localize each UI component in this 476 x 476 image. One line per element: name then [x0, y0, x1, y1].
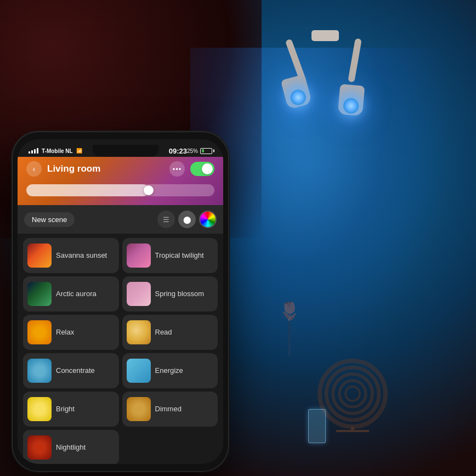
scene-card-relax[interactable]: Relax [23, 315, 119, 350]
phone-screen: T-Mobile NL 📶 09:23 25% ‹ [18, 139, 223, 464]
lamp-arm-right [348, 38, 362, 83]
phone-device: T-Mobile NL 📶 09:23 25% ‹ [12, 132, 229, 472]
scene-name-energize: Energize [155, 366, 183, 375]
back-button[interactable]: ‹ [26, 161, 42, 177]
lamp-fixture [281, 30, 369, 140]
status-bar: T-Mobile NL 📶 09:23 25% [18, 139, 223, 157]
glass-decoration [306, 399, 328, 443]
scene-name-read: Read [155, 328, 172, 337]
svg-point-0 [320, 361, 386, 427]
scene-card-bright[interactable]: Bright [23, 392, 119, 427]
scene-name-arctic-aurora: Arctic aurora [56, 290, 97, 298]
status-right: 25% [187, 148, 212, 154]
scene-card-read[interactable]: Read [122, 315, 218, 350]
scene-thumb-concentrate [27, 359, 52, 383]
app-header: ‹ Living room ••• [18, 157, 223, 205]
scene-thumb-tropical-twilight [127, 243, 151, 268]
battery-icon [200, 148, 212, 154]
scene-card-savanna-sunset[interactable]: Savanna sunset [23, 238, 119, 273]
battery-fill [202, 149, 204, 152]
scene-thumb-arctic-aurora [27, 282, 52, 306]
scene-card-nightlight[interactable]: Nightlight [23, 430, 119, 464]
lamp-head-left [281, 74, 313, 110]
lamp-head-right [338, 84, 365, 116]
brightness-thumb [144, 185, 154, 195]
brightness-fill [26, 184, 149, 196]
brightness-slider[interactable] [26, 184, 214, 196]
header-top: ‹ Living room ••• [26, 157, 214, 181]
scene-thumb-read [127, 320, 151, 344]
scene-card-arctic-aurora[interactable]: Arctic aurora [23, 276, 119, 311]
scene-name-nightlight: Nightlight [56, 443, 86, 452]
color-wheel-button[interactable] [199, 211, 217, 228]
scene-name-relax: Relax [56, 328, 74, 337]
scene-thumb-nightlight [27, 435, 52, 460]
room-toggle[interactable] [190, 162, 214, 176]
status-left: T-Mobile NL 📶 [29, 148, 82, 154]
lamp-base [311, 30, 339, 41]
scene-name-bright: Bright [56, 405, 75, 413]
wifi-icon: 📶 [76, 148, 82, 154]
scene-card-tropical-twilight[interactable]: Tropical twilight [122, 238, 218, 273]
scene-name-tropical-twilight: Tropical twilight [155, 251, 204, 260]
scene-thumb-energize [127, 359, 151, 383]
scene-name-savanna-sunset: Savanna sunset [56, 251, 107, 260]
scene-thumb-savanna-sunset [27, 243, 52, 268]
scene-name-spring-blossom: Spring blossom [155, 290, 205, 298]
scene-card-spring-blossom[interactable]: Spring blossom [122, 276, 218, 311]
room-title: Living room [47, 163, 169, 174]
view-icons: ☰ ⬤ [157, 211, 217, 228]
scene-thumb-spring-blossom [127, 282, 151, 306]
phone-body: T-Mobile NL 📶 09:23 25% ‹ [12, 132, 229, 472]
grid-view-button[interactable]: ⬤ [178, 211, 196, 228]
signal-icon [29, 148, 38, 154]
list-view-button[interactable]: ☰ [157, 211, 175, 228]
svg-point-4 [345, 387, 360, 401]
plant-decoration [273, 301, 306, 355]
more-options-button[interactable]: ••• [169, 161, 185, 177]
scene-thumb-bright [27, 397, 52, 421]
scene-controls-toolbar: New scene ☰ ⬤ [18, 205, 223, 234]
new-scene-button[interactable]: New scene [24, 212, 75, 227]
scene-name-concentrate: Concentrate [56, 366, 95, 375]
header-actions: ••• [169, 161, 214, 177]
scene-card-energize[interactable]: Energize [122, 353, 218, 388]
phone-notch [93, 145, 158, 157]
svg-point-3 [339, 381, 366, 407]
battery-percent: 25% [187, 148, 198, 154]
scene-thumb-dimmed [127, 397, 151, 421]
carrier-name: T-Mobile NL [42, 148, 73, 154]
status-time: 09:23 [169, 147, 187, 155]
scenes-grid: Savanna sunsetTropical twilightArctic au… [18, 234, 223, 464]
scene-card-dimmed[interactable]: Dimmed [122, 392, 218, 427]
scene-card-concentrate[interactable]: Concentrate [23, 353, 119, 388]
scene-thumb-relax [27, 320, 52, 344]
scene-name-dimmed: Dimmed [155, 405, 182, 413]
